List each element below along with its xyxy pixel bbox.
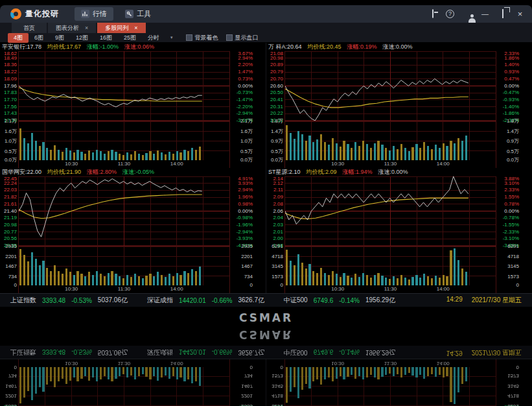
- chart-plot[interactable]: 10:3011:3014:00: [284, 176, 496, 293]
- volume-tick: 3145: [272, 264, 283, 269]
- volume-bar: [161, 152, 163, 160]
- price-tick: 20.56: [4, 236, 17, 241]
- index-shenzhen[interactable]: 深证成指 14420.01 -0.66% 3626.7亿: [147, 348, 264, 357]
- volume-bar: [187, 273, 189, 285]
- volume-bar: [443, 275, 445, 285]
- time-label: 14:00: [170, 361, 183, 366]
- layout-6-button[interactable]: 6图: [29, 33, 49, 43]
- volume-bar: [69, 367, 71, 381]
- stock-panel-3[interactable]: 国华网安:22.00均价线:21.90涨幅:2.80%涨速:-0.05%22.4…: [0, 359, 266, 406]
- stock-panel-4[interactable]: ST星源:2.10均价线:2.09涨幅:1.94%涨速:0.00%2.142.1…: [266, 168, 532, 293]
- volume-bar: [389, 279, 391, 285]
- volume-bar: [465, 272, 467, 286]
- volume-bar: [39, 146, 41, 160]
- volume-tick: 0: [14, 364, 17, 370]
- price-tick: 2.09: [273, 195, 283, 200]
- volume-bar: [328, 275, 330, 285]
- tab-multi-stock[interactable]: 多股同列 ×: [97, 23, 145, 33]
- volume-tick: 2201: [241, 394, 253, 399]
- volume-bar: [62, 274, 64, 285]
- index-shenzhen[interactable]: 深证成指 14420.01 -0.66% 3626.7亿: [147, 296, 264, 305]
- minimize-button[interactable]: —: [481, 10, 489, 18]
- chart-plot[interactable]: 10:3011:3014:00: [284, 51, 496, 168]
- volume-tick: 0.5万: [240, 149, 253, 154]
- time-label: 10:30: [65, 361, 78, 366]
- volume-bar: [358, 277, 360, 286]
- volume-bar: [142, 155, 144, 160]
- show-orderbook-checkbox[interactable]: 显示盘口: [226, 34, 259, 42]
- right-axis: 3.88%3.10%2.33%1.55%0.78%0.00%-0.78%-1.5…: [496, 176, 532, 293]
- panel-header: 万 科A:20.64均价线:20.45涨幅:0.19%涨速:0.00%: [266, 43, 532, 51]
- volume-bar: [328, 145, 330, 160]
- volume-tick: 1467: [241, 383, 253, 388]
- price-tick: 20.98: [4, 222, 17, 228]
- pct-tick: -0.47%: [503, 90, 519, 95]
- volume-bar: [301, 263, 303, 285]
- layout-4-button[interactable]: 4图: [8, 33, 29, 43]
- restore-button[interactable]: [498, 10, 507, 18]
- tab-home[interactable]: 首页: [12, 23, 47, 33]
- background-color-checkbox[interactable]: 背景着色: [186, 34, 218, 42]
- intraday-button[interactable]: 分时: [142, 33, 165, 43]
- help-icon[interactable]: ?: [446, 10, 454, 18]
- panel-icon[interactable]: [428, 10, 437, 18]
- chart-plot[interactable]: 10:3011:3014:00: [18, 176, 230, 293]
- close-icon[interactable]: ×: [85, 25, 88, 31]
- chart-plot[interactable]: 10:3011:3014:00: [284, 359, 496, 406]
- volume-bar: [389, 150, 391, 160]
- volume-bar: [80, 274, 82, 285]
- volume-bar: [115, 367, 117, 379]
- volume-bar: [393, 367, 395, 376]
- index-csi500[interactable]: 中证500 6749.6 -0.14% 1956.29亿: [284, 348, 395, 357]
- volume-tick: 1.0万: [240, 139, 253, 144]
- price-tick: 20.22: [270, 111, 283, 116]
- volume-bar: [354, 367, 356, 379]
- pct-tick: 0.00%: [238, 84, 253, 89]
- layout-12-button[interactable]: 12图: [70, 33, 94, 43]
- volume-bar: [328, 367, 330, 377]
- volume-bar: [35, 259, 37, 285]
- index-shanghai[interactable]: 上证指数 3393.48 -0.53% 5037.06亿: [10, 348, 128, 357]
- volume-bar: [415, 275, 417, 285]
- menu-quotes[interactable]: 行情: [75, 7, 113, 21]
- volume-bar: [370, 367, 372, 375]
- volume-bar: [374, 367, 376, 377]
- volume-bar: [108, 273, 110, 285]
- volume-bar: [312, 271, 314, 285]
- close-icon[interactable]: ×: [134, 25, 137, 31]
- index-shanghai[interactable]: 上证指数 3393.48 -0.53% 5037.06亿: [10, 296, 128, 305]
- layout-16-button[interactable]: 16图: [94, 33, 118, 43]
- tab-chart-analysis[interactable]: 图表分析 ×: [48, 23, 96, 33]
- chevron-down-icon[interactable]: ▾: [170, 35, 173, 40]
- index-csi500[interactable]: 中证500 6749.6 -0.14% 1956.29亿: [284, 296, 395, 305]
- avg-line: [285, 89, 468, 108]
- stock-panel-1[interactable]: 平安银行:17.78均价线:17.67涨幅:-1.00%涨速:0.06%18.6…: [0, 43, 266, 168]
- time-axis: 10:3011:3014:00: [285, 360, 496, 367]
- volume-bar: [58, 150, 60, 160]
- volume-bar: [172, 276, 174, 285]
- volume-bar: [73, 275, 75, 285]
- layout-25-button[interactable]: 25图: [118, 33, 142, 43]
- volume-bar: [377, 273, 379, 285]
- stock-panel-2[interactable]: 万 科A:20.64均价线:20.45涨幅:0.19%涨速:0.00%21.08…: [266, 43, 532, 168]
- stock-panel-4[interactable]: ST星源:2.10均价线:2.09涨幅:1.94%涨速:0.00%2.142.1…: [266, 359, 532, 406]
- chart-plot[interactable]: 10:3011:3014:00: [18, 359, 230, 406]
- menu-tools[interactable]: 工具: [119, 7, 157, 21]
- volume-tick: 734: [8, 374, 17, 379]
- close-button[interactable]: ×: [516, 10, 524, 18]
- volume-bar: [130, 367, 132, 376]
- volume-bar: [126, 275, 128, 285]
- avg-line: [19, 88, 202, 101]
- volume-bar: [157, 150, 159, 160]
- pct-tick: 1.86%: [504, 56, 519, 61]
- volume-bar: [320, 367, 322, 385]
- volume-bar: [362, 367, 364, 379]
- index-change: -0.53%: [71, 297, 92, 304]
- volume-bar: [316, 367, 318, 379]
- volume-bar: [366, 275, 368, 285]
- chart-plot[interactable]: 10:3011:3014:00: [18, 51, 230, 168]
- layout-9-button[interactable]: 9图: [49, 33, 70, 43]
- window-controls: ? — ×: [428, 10, 524, 18]
- volume-bar: [179, 367, 181, 377]
- stock-panel-3[interactable]: 国华网安:22.00均价线:21.90涨幅:2.80%涨速:-0.05%22.4…: [0, 168, 266, 293]
